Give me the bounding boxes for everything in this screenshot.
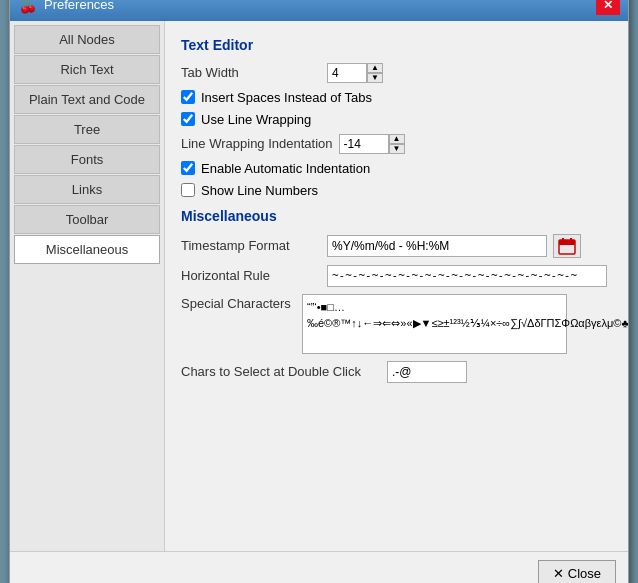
timestamp-format-icon-button[interactable]	[553, 234, 581, 258]
sidebar-item-tree[interactable]: Tree	[14, 115, 160, 144]
horizontal-rule-input[interactable]	[327, 265, 607, 287]
app-icon: 🍒	[18, 0, 38, 14]
insert-spaces-checkbox[interactable]	[181, 90, 195, 104]
enable-auto-indent-label: Enable Automatic Indentation	[201, 161, 370, 176]
svg-rect-1	[559, 240, 575, 245]
use-line-wrapping-label: Use Line Wrapping	[201, 112, 311, 127]
horizontal-rule-label: Horizontal Rule	[181, 268, 321, 283]
timestamp-format-input[interactable]	[327, 235, 547, 257]
horizontal-rule-row: Horizontal Rule	[181, 265, 612, 287]
insert-spaces-row: Insert Spaces Instead of Tabs	[181, 90, 612, 105]
tab-width-down-button[interactable]: ▼	[367, 73, 383, 83]
show-line-numbers-checkbox[interactable]	[181, 183, 195, 197]
line-wrapping-up-button[interactable]: ▲	[389, 134, 405, 144]
enable-auto-indent-row: Enable Automatic Indentation	[181, 161, 612, 176]
preferences-dialog: 🍒 Preferences ✕ All Nodes Rich Text Plai…	[9, 0, 629, 583]
chars-double-click-row: Chars to Select at Double Click	[181, 361, 612, 383]
sidebar-item-all-nodes[interactable]: All Nodes	[14, 25, 160, 54]
chars-double-click-label: Chars to Select at Double Click	[181, 364, 381, 379]
sidebar-item-rich-text[interactable]: Rich Text	[14, 55, 160, 84]
title-bar-left: 🍒 Preferences	[18, 0, 114, 14]
tab-width-input[interactable]	[327, 63, 367, 83]
line-wrapping-indent-label: Line Wrapping Indentation	[181, 136, 333, 151]
miscellaneous-section-title: Miscellaneous	[181, 208, 612, 224]
window-close-button[interactable]: ✕	[596, 0, 620, 15]
sidebar-item-toolbar[interactable]: Toolbar	[14, 205, 160, 234]
sidebar-item-miscellaneous[interactable]: Miscellaneous	[14, 235, 160, 264]
insert-spaces-label: Insert Spaces Instead of Tabs	[201, 90, 372, 105]
tab-width-spinner: ▲ ▼	[327, 63, 383, 83]
line-wrapping-indent-spinner-buttons: ▲ ▼	[389, 134, 405, 154]
chars-double-click-input[interactable]	[387, 361, 467, 383]
show-line-numbers-label: Show Line Numbers	[201, 183, 318, 198]
dialog-body: All Nodes Rich Text Plain Text and Code …	[10, 21, 628, 551]
use-line-wrapping-row: Use Line Wrapping	[181, 112, 612, 127]
special-chars-label: Special Characters	[181, 294, 296, 311]
sidebar-item-fonts[interactable]: Fonts	[14, 145, 160, 174]
close-label: Close	[568, 566, 601, 581]
close-dialog-button[interactable]: ✕ Close	[538, 560, 616, 584]
line-wrapping-indent-row: Line Wrapping Indentation ▲ ▼	[181, 134, 612, 154]
calendar-icon	[558, 237, 576, 255]
tab-width-up-button[interactable]: ▲	[367, 63, 383, 73]
main-content: Text Editor Tab Width ▲ ▼ Insert Spaces …	[165, 21, 628, 551]
timestamp-format-label: Timestamp Format	[181, 238, 321, 253]
tab-width-spinner-buttons: ▲ ▼	[367, 63, 383, 83]
text-editor-section-title: Text Editor	[181, 37, 612, 53]
dialog-footer: ✕ Close	[10, 551, 628, 584]
line-wrapping-indent-input[interactable]	[339, 134, 389, 154]
enable-auto-indent-checkbox[interactable]	[181, 161, 195, 175]
dialog-title: Preferences	[44, 0, 114, 12]
title-bar: 🍒 Preferences ✕	[10, 0, 628, 21]
special-chars-box[interactable]: “”‘•■□…‰é©®™↑↓←⇒⇐⇔»«▶▼≤≥±¹²³½⅓¼×÷∞∑∫√ΔδΓ…	[302, 294, 567, 354]
timestamp-format-row: Timestamp Format	[181, 234, 612, 258]
tab-width-row: Tab Width ▲ ▼	[181, 63, 612, 83]
show-line-numbers-row: Show Line Numbers	[181, 183, 612, 198]
sidebar-item-links[interactable]: Links	[14, 175, 160, 204]
special-chars-row: Special Characters “”‘•■□…‰é©®™↑↓←⇒⇐⇔»«▶…	[181, 294, 612, 354]
tab-width-label: Tab Width	[181, 65, 321, 80]
sidebar-item-plain-text[interactable]: Plain Text and Code	[14, 85, 160, 114]
line-wrapping-down-button[interactable]: ▼	[389, 144, 405, 154]
line-wrapping-indent-spinner: ▲ ▼	[339, 134, 405, 154]
sidebar: All Nodes Rich Text Plain Text and Code …	[10, 21, 165, 551]
use-line-wrapping-checkbox[interactable]	[181, 112, 195, 126]
close-icon: ✕	[553, 566, 564, 581]
